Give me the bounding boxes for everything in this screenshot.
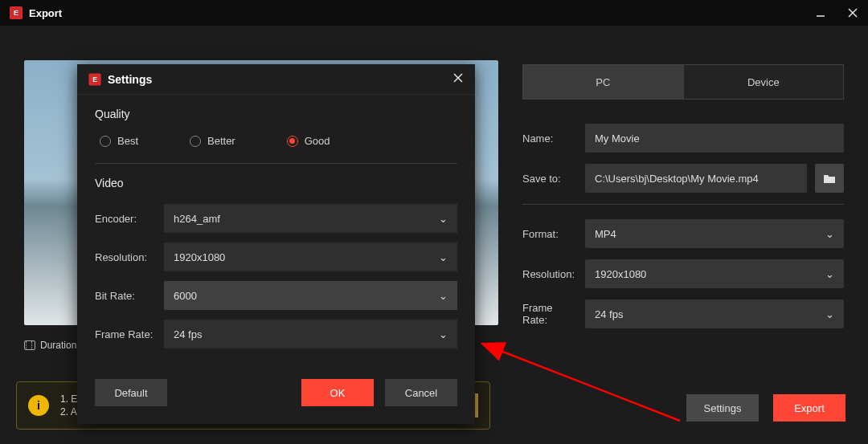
tab-device[interactable]: Device	[683, 64, 845, 100]
dialog-framerate-label: Frame Rate:	[95, 328, 164, 340]
saveto-input[interactable]: C:\Users\bj\Desktop\My Movie.mp4	[585, 164, 807, 193]
radio-better[interactable]: Better	[190, 135, 235, 147]
name-input[interactable]: My Movie	[585, 124, 844, 153]
tab-pc[interactable]: PC	[522, 64, 683, 100]
radio-good[interactable]: Good	[287, 135, 330, 147]
chevron-down-icon: ⌄	[439, 251, 448, 263]
close-button[interactable]	[845, 6, 860, 20]
bottom-buttons: Settings Export	[686, 394, 845, 422]
browse-button[interactable]	[815, 164, 844, 193]
resolution-label: Resolution:	[522, 268, 577, 280]
chevron-down-icon: ⌄	[825, 228, 834, 240]
quality-section-title: Quality	[95, 108, 457, 120]
chevron-down-icon: ⌄	[825, 308, 834, 320]
chevron-down-icon: ⌄	[439, 328, 448, 340]
ok-button[interactable]: OK	[301, 379, 374, 406]
framerate-label: Frame Rate:	[522, 302, 577, 326]
chevron-down-icon: ⌄	[439, 213, 448, 225]
dialog-framerate-select[interactable]: 24 fps⌄	[164, 320, 457, 348]
default-button[interactable]: Default	[95, 379, 167, 406]
format-label: Format:	[522, 228, 577, 240]
title-bar: E Export	[0, 0, 868, 26]
radio-icon	[287, 136, 298, 147]
chevron-down-icon: ⌄	[825, 268, 834, 280]
dialog-title: Settings	[108, 73, 452, 86]
minimize-button[interactable]	[813, 6, 828, 20]
radio-icon	[100, 136, 111, 147]
chevron-down-icon: ⌄	[439, 290, 448, 302]
encoder-label: Encoder:	[95, 213, 164, 225]
export-form: PC Device Name: My Movie Save to: C:\Use…	[522, 64, 844, 340]
radio-best[interactable]: Best	[100, 135, 138, 147]
video-section-title: Video	[95, 177, 457, 189]
export-button[interactable]: Export	[773, 394, 845, 422]
duration-label: Duration	[40, 340, 76, 351]
settings-button[interactable]: Settings	[686, 394, 759, 422]
target-tabs: PC Device	[522, 64, 844, 100]
form-divider	[522, 204, 844, 205]
framerate-select[interactable]: 24 fps⌄	[585, 299, 844, 328]
svg-line-5	[482, 344, 680, 421]
dialog-divider	[95, 163, 457, 164]
info-icon: i	[28, 395, 49, 416]
radio-icon	[190, 136, 201, 147]
window-title: Export	[29, 7, 813, 19]
bitrate-select[interactable]: 6000⌄	[164, 281, 457, 310]
encoder-select[interactable]: h264_amf⌄	[164, 204, 457, 233]
resolution-select[interactable]: 1920x1080⌄	[585, 259, 844, 288]
bitrate-label: Bit Rate:	[95, 290, 164, 302]
app-logo-icon: E	[88, 73, 100, 85]
dialog-close-button[interactable]	[452, 72, 464, 87]
film-icon	[24, 340, 35, 350]
dialog-resolution-select[interactable]: 1920x1080⌄	[164, 242, 457, 271]
format-select[interactable]: MP4⌄	[585, 219, 844, 248]
cancel-button[interactable]: Cancel	[385, 379, 457, 406]
app-logo-icon: E	[10, 6, 23, 19]
saveto-label: Save to:	[522, 173, 577, 185]
name-label: Name:	[522, 132, 577, 145]
folder-icon	[823, 173, 836, 184]
settings-dialog: E Settings Quality Best Better Good Vide…	[77, 64, 475, 424]
dialog-resolution-label: Resolution:	[95, 251, 164, 263]
